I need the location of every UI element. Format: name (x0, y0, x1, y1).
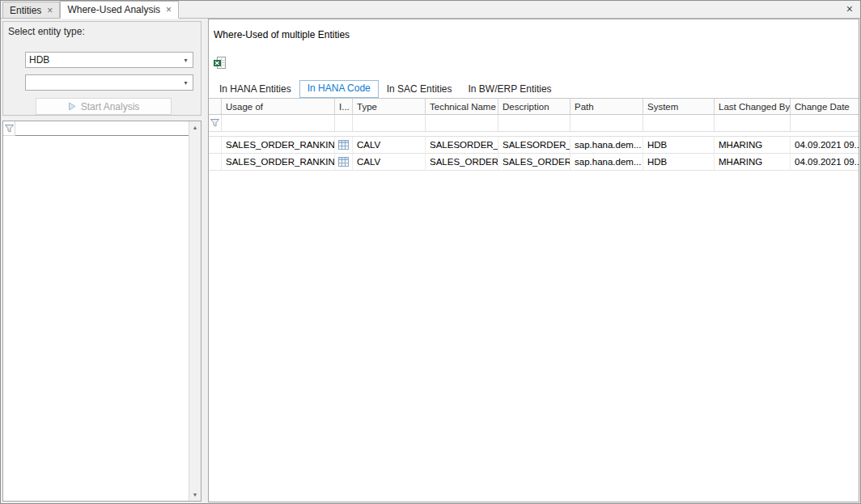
cell-path[interactable]: sap.hana.dem... (570, 154, 643, 171)
tab-where-used-analysis[interactable]: Where-Used Analysis × (60, 1, 179, 19)
usage-type-icon-cell[interactable] (335, 137, 353, 154)
usage-type-icon-cell[interactable] (335, 154, 353, 171)
cell-path[interactable]: sap.hana.dem... (570, 137, 643, 154)
excel-export-icon[interactable] (213, 56, 227, 70)
column-header-usage-of[interactable]: Usage of (222, 99, 335, 115)
tree-header-row (3, 121, 189, 136)
where-used-document: Where-Used of multiple Entities In HANA … (208, 19, 859, 502)
cell-last-changed-by[interactable]: MHARING (715, 154, 791, 171)
tree-column-header[interactable] (15, 121, 189, 136)
cell-system[interactable]: HDB (643, 137, 715, 154)
cell-last-changed-by[interactable]: MHARING (715, 137, 791, 154)
column-header-system[interactable]: System (643, 99, 715, 115)
select-entity-type-label: Select entity type: (8, 26, 85, 37)
entity-dropdown[interactable]: ▾ (25, 74, 193, 91)
filter-cell-change-date[interactable] (791, 115, 859, 132)
tab-where-used-analysis-close-icon[interactable]: × (166, 6, 172, 14)
column-header-path[interactable]: Path (570, 99, 643, 115)
document-title: Where-Used of multiple Entities (214, 29, 350, 40)
scroll-up-icon[interactable]: ▲ (189, 121, 201, 133)
filter-cell-description[interactable] (498, 115, 570, 132)
scroll-down-icon[interactable]: ▼ (189, 489, 201, 501)
calc-view-icon (338, 157, 349, 167)
grid-filter-icon[interactable] (209, 115, 222, 132)
cell-technical-name[interactable]: SALESORDER_... (426, 137, 498, 154)
close-document-icon[interactable]: × (846, 3, 853, 15)
tree-body[interactable] (3, 136, 189, 501)
select-entity-type-group: Select entity type: HDB ▾ ▾ Start Analys… (2, 21, 201, 116)
cell-change-date[interactable]: 04.09.2021 09... (791, 154, 859, 171)
cell-type[interactable]: CALV (353, 154, 426, 171)
column-header-last-changed-by[interactable]: Last Changed By (715, 99, 791, 115)
tab-in-sac-entities[interactable]: In SAC Entities (379, 81, 460, 98)
excel-export-icon-glyph (213, 56, 227, 70)
column-header-type[interactable]: Type (353, 99, 426, 115)
row-indicator (209, 154, 222, 171)
results-grid: Usage ofI...TypeTechnical NameDescriptio… (209, 98, 859, 502)
cell-usage-of[interactable]: SALES_ORDER_RANKING (222, 137, 335, 154)
tab-in-hana-entities[interactable]: In HANA Entities (211, 81, 299, 98)
entity-type-value: HDB (26, 54, 179, 66)
tab-entities[interactable]: Entities × (2, 2, 60, 18)
document-tab-bar: Entities × Where-Used Analysis × × (1, 1, 860, 19)
chevron-down-icon[interactable]: ▾ (179, 79, 193, 87)
cell-usage-of[interactable]: SALES_ORDER_RANKING (222, 154, 335, 171)
column-header-technical-name[interactable]: Technical Name (426, 99, 498, 115)
play-icon (68, 102, 76, 111)
tab-in-bw-erp-entities[interactable]: In BW/ERP Entities (460, 81, 559, 98)
filter-icon (210, 119, 219, 127)
grid-header-indicator (209, 99, 222, 115)
table-row[interactable]: SALES_ORDER_RANKINGCALVSALESORDER_...SAL… (209, 137, 859, 154)
start-analysis-label: Start Analysis (81, 101, 140, 112)
cell-type[interactable]: CALV (353, 137, 426, 154)
scrollbar-track[interactable] (189, 133, 201, 489)
filter-cell-technical-name[interactable] (426, 115, 498, 132)
filter-cell-usage-of[interactable] (222, 115, 335, 132)
tab-where-used-analysis-label: Where-Used Analysis (67, 4, 160, 15)
tree-vertical-scrollbar[interactable]: ▲ ▼ (189, 121, 201, 501)
table-row[interactable]: SALES_ORDER_RANKINGCALVSALES_ORDER...SAL… (209, 154, 859, 171)
tree-filter-icon[interactable] (3, 121, 15, 136)
filter-cell-path[interactable] (570, 115, 643, 132)
grid-rows: SALES_ORDER_RANKINGCALVSALESORDER_...SAL… (209, 137, 859, 171)
cell-description[interactable]: SALES_ORDER... (498, 154, 570, 171)
filter-icon (5, 125, 14, 133)
start-analysis-button[interactable]: Start Analysis (36, 98, 172, 115)
column-header-change-date[interactable]: Change Date (791, 99, 859, 115)
tab-entities-close-icon[interactable]: × (47, 6, 53, 15)
column-header-description[interactable]: Description (498, 99, 570, 115)
filter-cell-type[interactable] (353, 115, 426, 132)
application-window: Entities × Where-Used Analysis × × Selec… (0, 0, 861, 504)
tab-in-hana-code[interactable]: In HANA Code (299, 80, 379, 98)
grid-filter-row (209, 115, 859, 132)
cell-technical-name[interactable]: SALES_ORDER... (426, 154, 498, 171)
cell-description[interactable]: SALESORDER_... (498, 137, 570, 154)
filter-cell-i[interactable] (335, 115, 353, 132)
calc-view-icon (338, 140, 349, 150)
tab-entities-label: Entities (10, 5, 41, 16)
chevron-down-icon[interactable]: ▾ (179, 57, 193, 64)
filter-cell-last-changed-by[interactable] (715, 115, 791, 132)
entity-tree: ▲ ▼ (2, 121, 201, 502)
filter-cell-system[interactable] (643, 115, 715, 132)
cell-change-date[interactable]: 04.09.2021 09... (791, 137, 859, 154)
entity-type-dropdown[interactable]: HDB ▾ (25, 52, 193, 68)
cell-system[interactable]: HDB (643, 154, 715, 171)
results-tabstrip: In HANA Entities In HANA Code In SAC Ent… (209, 79, 859, 98)
grid-header-row: Usage ofI...TypeTechnical NameDescriptio… (209, 99, 859, 115)
column-header-i[interactable]: I... (335, 99, 353, 115)
row-indicator (209, 137, 222, 154)
entity-selection-panel: Select entity type: HDB ▾ ▾ Start Analys… (2, 19, 203, 502)
